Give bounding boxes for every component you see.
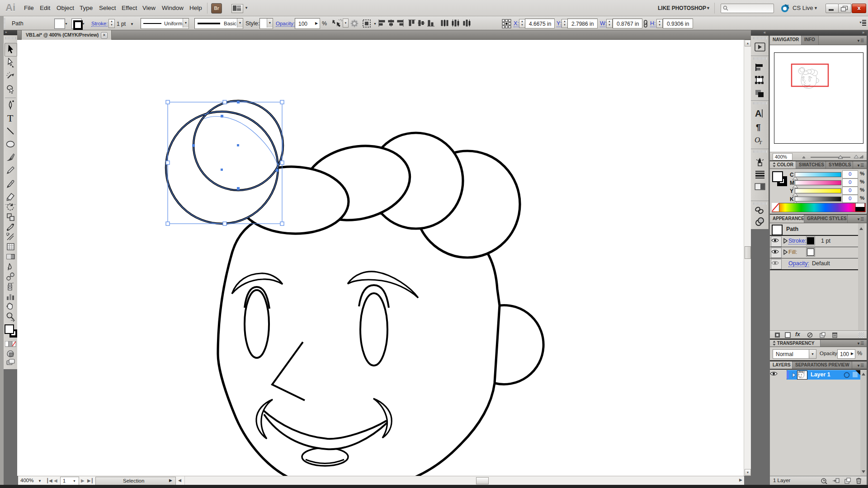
svg-text:A: A xyxy=(755,108,761,118)
svg-text:T: T xyxy=(759,140,762,145)
svg-text:¶: ¶ xyxy=(756,122,761,131)
svg-text:T: T xyxy=(7,113,14,123)
svg-text:*: * xyxy=(787,4,789,8)
